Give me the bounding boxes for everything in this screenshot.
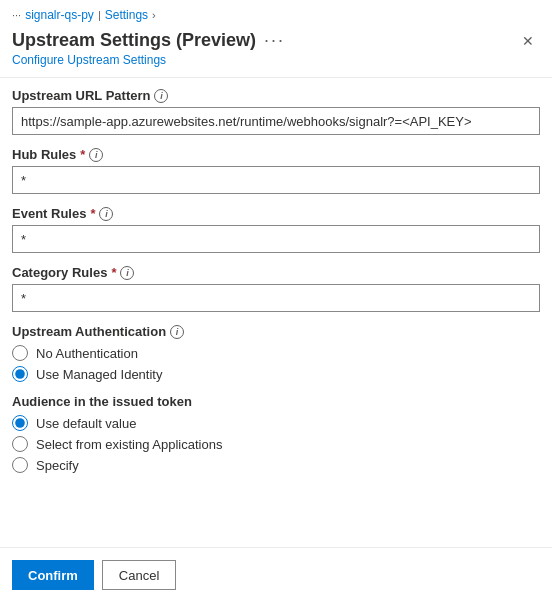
- default-value-radio[interactable]: [12, 415, 28, 431]
- audience-existing-item: Select from existing Applications: [12, 436, 540, 452]
- upstream-auth-group: Upstream Authentication i No Authenticat…: [12, 324, 540, 382]
- audience-default-item: Use default value: [12, 415, 540, 431]
- audience-radio-group: Use default value Select from existing A…: [12, 415, 540, 473]
- breadcrumb-signalr[interactable]: signalr-qs-py: [25, 8, 94, 22]
- confirm-button[interactable]: Confirm: [12, 560, 94, 590]
- breadcrumb: ··· signalr-qs-py | Settings ›: [0, 0, 552, 26]
- upstream-url-group: Upstream URL Pattern i: [12, 88, 540, 135]
- category-rules-label: Category Rules * i: [12, 265, 540, 280]
- subtitle: Configure Upstream Settings: [0, 53, 552, 77]
- no-auth-label[interactable]: No Authentication: [36, 346, 138, 361]
- hub-rules-label: Hub Rules * i: [12, 147, 540, 162]
- breadcrumb-settings[interactable]: Settings: [105, 8, 148, 22]
- page-title: Upstream Settings (Preview): [12, 30, 256, 51]
- existing-apps-label[interactable]: Select from existing Applications: [36, 437, 222, 452]
- header-left: Upstream Settings (Preview) ···: [12, 30, 285, 51]
- audience-title: Audience in the issued token: [12, 394, 540, 409]
- event-rules-info-icon[interactable]: i: [99, 207, 113, 221]
- event-rules-input[interactable]: [12, 225, 540, 253]
- footer: Confirm Cancel: [0, 547, 552, 602]
- header-divider: [0, 77, 552, 78]
- audience-section: Audience in the issued token Use default…: [12, 394, 540, 473]
- category-rules-group: Category Rules * i: [12, 265, 540, 312]
- specify-radio[interactable]: [12, 457, 28, 473]
- form-area: Upstream URL Pattern i Hub Rules * i Eve…: [0, 88, 552, 547]
- close-button[interactable]: ✕: [516, 31, 540, 51]
- hub-rules-input[interactable]: [12, 166, 540, 194]
- hub-rules-group: Hub Rules * i: [12, 147, 540, 194]
- category-rules-input[interactable]: [12, 284, 540, 312]
- category-rules-info-icon[interactable]: i: [120, 266, 134, 280]
- upstream-auth-label: Upstream Authentication i: [12, 324, 540, 339]
- managed-identity-radio[interactable]: [12, 366, 28, 382]
- header: Upstream Settings (Preview) ··· ✕: [0, 26, 552, 53]
- existing-apps-radio[interactable]: [12, 436, 28, 452]
- header-more-icon[interactable]: ···: [264, 30, 285, 51]
- auth-managed-identity-item: Use Managed Identity: [12, 366, 540, 382]
- breadcrumb-dots[interactable]: ···: [12, 9, 21, 21]
- default-value-label[interactable]: Use default value: [36, 416, 136, 431]
- event-rules-required: *: [90, 206, 95, 221]
- upstream-auth-info-icon[interactable]: i: [170, 325, 184, 339]
- event-rules-label: Event Rules * i: [12, 206, 540, 221]
- audience-specify-item: Specify: [12, 457, 540, 473]
- no-auth-radio[interactable]: [12, 345, 28, 361]
- upstream-url-label: Upstream URL Pattern i: [12, 88, 540, 103]
- panel: ··· signalr-qs-py | Settings › Upstream …: [0, 0, 552, 602]
- breadcrumb-sep2: ›: [152, 9, 156, 21]
- upstream-url-info-icon[interactable]: i: [154, 89, 168, 103]
- auth-radio-group: No Authentication Use Managed Identity: [12, 345, 540, 382]
- managed-identity-label[interactable]: Use Managed Identity: [36, 367, 162, 382]
- category-rules-required: *: [111, 265, 116, 280]
- breadcrumb-sep1: |: [98, 9, 101, 21]
- upstream-url-input[interactable]: [12, 107, 540, 135]
- hub-rules-info-icon[interactable]: i: [89, 148, 103, 162]
- hub-rules-required: *: [80, 147, 85, 162]
- auth-no-auth-item: No Authentication: [12, 345, 540, 361]
- event-rules-group: Event Rules * i: [12, 206, 540, 253]
- specify-label[interactable]: Specify: [36, 458, 79, 473]
- cancel-button[interactable]: Cancel: [102, 560, 176, 590]
